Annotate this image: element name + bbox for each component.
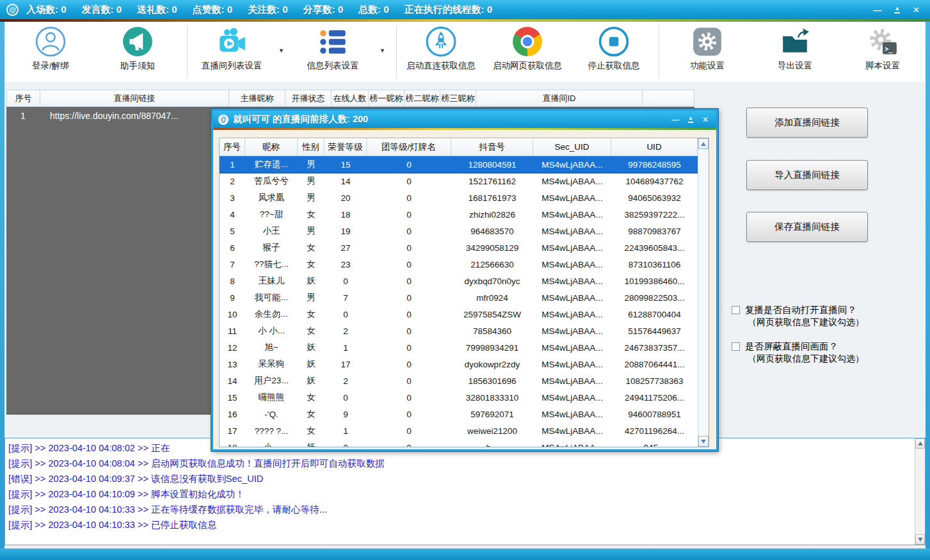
cell: 3 bbox=[220, 189, 245, 206]
cell: 苦瓜兮兮 bbox=[245, 173, 298, 189]
column-header[interactable]: 荣誉等级 bbox=[325, 138, 367, 156]
column-header[interactable]: 抖音号 bbox=[451, 138, 533, 156]
viewer-table-row[interactable]: 2苦瓜兮兮男1401521761162MS4wLjABAA...10468943… bbox=[220, 173, 698, 189]
dropdown-arrow-icon[interactable]: ▼ bbox=[278, 47, 284, 54]
log-line: [提示] >> 2023-04-10 04:10:33 >> 已停止获取信息 bbox=[5, 517, 925, 532]
toolbar-item-notice[interactable]: 助手须知 bbox=[99, 24, 176, 72]
auto-open-room-checkbox[interactable] bbox=[732, 306, 740, 314]
cell: 18 bbox=[325, 206, 367, 223]
viewer-table-scrollbar[interactable] bbox=[698, 138, 709, 447]
hide-room-screen-label: 是否屏蔽直播间画面？ bbox=[745, 340, 924, 353]
cell: 0 bbox=[367, 256, 451, 273]
list-icon bbox=[317, 26, 349, 58]
minimize-button[interactable]: — bbox=[873, 6, 881, 14]
import-room-link-button[interactable]: 导入直播间链接 bbox=[746, 160, 868, 190]
maximize-button[interactable]: ▲ bbox=[894, 6, 900, 13]
cell: 42701196264... bbox=[611, 422, 698, 439]
log-scrollbar[interactable] bbox=[915, 438, 925, 545]
cell: MS4wLjABAA... bbox=[533, 223, 611, 239]
toolbar-item-login[interactable]: 登录/解绑 bbox=[12, 24, 89, 72]
toolbar-separator bbox=[396, 26, 397, 78]
column-header[interactable]: 序号 bbox=[7, 90, 40, 106]
dialog-maximize-button[interactable]: ▲ bbox=[688, 116, 693, 123]
cell: 212566630 bbox=[451, 256, 533, 273]
cell: 妖 bbox=[298, 339, 325, 356]
viewer-table-row[interactable]: 1贮存遗...男1501280804591MS4wLjABAA...997862… bbox=[220, 156, 698, 173]
log-line: [提示] >> 2023-04-10 04:08:04 >> 启动网页获取信息成… bbox=[5, 456, 925, 471]
column-header[interactable]: 榜三昵称 bbox=[440, 90, 476, 106]
viewer-table-row[interactable]: 10余生勿...女0025975854ZSWMS4wLjABAA...61288… bbox=[220, 306, 698, 323]
dialog-minimize-button[interactable]: — bbox=[671, 116, 679, 124]
cell: 男 bbox=[298, 189, 325, 206]
save-room-link-button[interactable]: 保存直播间链接 bbox=[746, 212, 868, 242]
log-scroll-down-icon[interactable] bbox=[915, 534, 925, 545]
column-header[interactable] bbox=[643, 90, 694, 106]
cell: 0 bbox=[367, 372, 451, 389]
hide-room-screen-checkbox[interactable] bbox=[732, 342, 740, 351]
viewer-table-row[interactable]: 15曪熊熊女0032801833310MS4wLjABAA...24941175… bbox=[220, 389, 698, 406]
cell: 19 bbox=[325, 223, 367, 239]
titlebar-stats: 入场数: 0发言数: 0送礼数: 0点赞数: 0关注数: 0分享数: 0总数: … bbox=[26, 4, 508, 16]
toolbar-item-label: 导出设置 bbox=[757, 60, 833, 72]
cell: -'Q. bbox=[245, 406, 298, 422]
add-room-link-button[interactable]: 添加直播间链接 bbox=[746, 108, 868, 138]
cell: 108257738363 bbox=[611, 372, 698, 389]
cell: 0 bbox=[325, 389, 367, 406]
toolbar-item-start-direct[interactable]: 启动直连获取信息 bbox=[403, 24, 479, 72]
viewer-scroll-down-icon[interactable] bbox=[698, 436, 709, 447]
auto-open-room-checkbox-group[interactable]: 复播是否自动打开直播间？ （网页获取信息下建议勾选） bbox=[732, 304, 924, 328]
column-header[interactable]: 直播间链接 bbox=[40, 90, 229, 106]
cell: 597692071 bbox=[451, 406, 533, 422]
dialog-close-button[interactable]: ✕ bbox=[702, 116, 709, 124]
viewer-table-row[interactable]: 3凤求凰男2001681761973MS4wLjABAA...940650639… bbox=[220, 189, 698, 206]
column-header[interactable]: 序号 bbox=[220, 138, 245, 156]
viewer-table-row[interactable]: 14用户23...妖201856301696MS4wLjABAA...10825… bbox=[220, 372, 698, 389]
cell: 38259397222... bbox=[611, 206, 698, 223]
cell: 51576449637 bbox=[611, 323, 698, 339]
viewer-table-row[interactable]: 13呆呆狗妖170dyokowpr2zdyMS4wLjABAA...208870… bbox=[220, 356, 698, 372]
hide-room-screen-checkbox-group[interactable]: 是否屏蔽直播间画面？ （网页获取信息下建议勾选） bbox=[732, 340, 924, 365]
cell: 小... bbox=[245, 439, 298, 447]
toolbar-item-info-list[interactable]: 信息列表设置 bbox=[294, 24, 371, 72]
viewer-table-row[interactable]: 17???? ?...女10weiwei21200MS4wLjABAA...42… bbox=[220, 422, 698, 439]
cell: 曪熊熊 bbox=[245, 389, 298, 406]
toolbar-item-room-list[interactable]: 直播间列表设置 bbox=[193, 24, 270, 72]
column-header[interactable]: 直播间ID bbox=[476, 90, 643, 106]
toolbar-item-script[interactable]: >_脚本设置 bbox=[844, 24, 921, 72]
viewer-table-row[interactable]: 8王妹儿妖00dyxbqd70n0ycMS4wLjABAA...10199386… bbox=[220, 273, 698, 289]
viewer-table-row[interactable]: 7??猫七...女230212566630MS4wLjABAA...873103… bbox=[220, 256, 698, 273]
viewer-table-row[interactable]: 4??~甜女180zhizhi02826MS4wLjABAA...3825939… bbox=[220, 206, 698, 223]
viewer-table-row[interactable]: 6猴子女27034299058129MS4wLjABAA...224396058… bbox=[220, 239, 698, 256]
column-header[interactable]: 性别 bbox=[298, 138, 325, 156]
column-header[interactable]: 团等级/灯牌名 bbox=[367, 138, 451, 156]
toolbar-item-stop[interactable]: 停止获取信息 bbox=[575, 24, 652, 72]
cell: MS4wLjABAA... bbox=[533, 189, 611, 206]
viewer-table-row[interactable]: 18小...妖00b...MS4wLjABAA...945... bbox=[220, 439, 698, 447]
viewer-table-row[interactable]: 5小王男190964683570MS4wLjABAA...98870983767 bbox=[220, 223, 698, 239]
live-room-index: 1 bbox=[6, 111, 40, 121]
viewer-table-row[interactable]: 16-'Q.女90597692071MS4wLjABAA...946007889… bbox=[220, 406, 698, 422]
viewer-table-row[interactable]: 9我可能...男70mfr0924MS4wLjABAA...2809982250… bbox=[220, 289, 698, 306]
close-button[interactable]: ✕ bbox=[913, 6, 920, 14]
log-scroll-up-icon[interactable] bbox=[915, 438, 925, 449]
viewer-table-row[interactable]: 11小 小...女2078584360MS4wLjABAA...51576449… bbox=[220, 323, 698, 339]
column-header[interactable]: UID bbox=[611, 138, 698, 156]
viewer-scroll-up-icon[interactable] bbox=[698, 138, 709, 149]
viewer-table-row[interactable]: 12旭~妖1079998934291MS4wLjABAA...246738373… bbox=[220, 339, 698, 356]
column-header[interactable]: 在线人数 bbox=[332, 90, 369, 106]
toolbar-item-start-web[interactable]: 启动网页获取信息 bbox=[489, 24, 566, 72]
column-header[interactable]: 昵称 bbox=[245, 138, 298, 156]
column-header[interactable]: 榜一昵称 bbox=[369, 90, 405, 106]
cell: ???? ?... bbox=[245, 422, 298, 439]
column-header[interactable]: 开播状态 bbox=[285, 90, 332, 106]
toolbar-item-function[interactable]: 功能设置 bbox=[669, 24, 746, 72]
column-header[interactable]: Sec_UID bbox=[533, 138, 611, 156]
column-header[interactable]: 榜二昵称 bbox=[405, 90, 440, 106]
cell: 34299058129 bbox=[451, 239, 533, 256]
toolbar-item-label: 登录/解绑 bbox=[12, 60, 89, 72]
toolbar-item-export[interactable]: 导出设置 bbox=[757, 24, 833, 72]
dropdown-arrow-icon[interactable]: ▼ bbox=[380, 47, 385, 54]
column-header[interactable]: 主播昵称 bbox=[229, 90, 285, 106]
cell: 0 bbox=[367, 439, 451, 447]
cell: 94065063932 bbox=[611, 189, 698, 206]
